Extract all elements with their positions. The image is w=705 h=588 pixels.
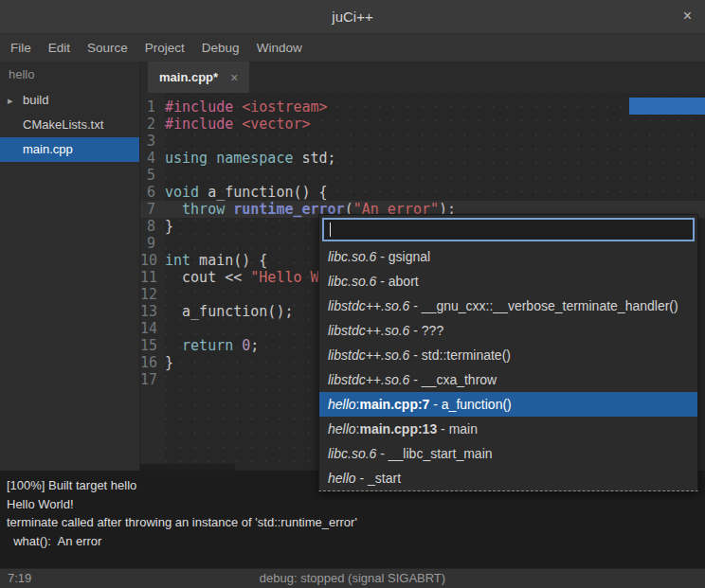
stack-frame-item[interactable]: hello:main.cpp:7 - a_function() [319,392,697,417]
code-text: void a_function() { [165,184,328,201]
stack-frame-item[interactable]: libc.so.6 - gsignal [319,244,697,269]
code-text: using namespace std; [165,150,336,167]
menu-item-debug[interactable]: Debug [193,41,248,55]
line-number: 11 [140,269,160,286]
expand-arrow-icon[interactable]: ▸ [8,88,13,113]
text-caret [330,223,331,237]
file-tree: ▸buildCMakeLists.txtmain.cpp [0,88,139,162]
code-line[interactable]: 3 [140,133,705,150]
code-text: a_function(); [165,303,293,320]
stack-frame-item[interactable]: libstdc++.so.6 - __gnu_cxx::__verbose_te… [319,294,697,318]
sidebar-item-label: build [23,93,48,107]
code-text: } [165,354,173,371]
line-number: 13 [140,303,160,320]
sidebar: hello ▸buildCMakeLists.txtmain.cpp [0,62,140,471]
code-text: #include <iostream> [165,98,328,116]
code-text: int main() { [165,252,267,269]
stack-frame-item[interactable]: libc.so.6 - abort [319,269,697,294]
status-bar: 7:19 debug: stopped (signal SIGABRT) [0,568,705,588]
line-number: 12 [140,286,160,303]
stack-list: libc.so.6 - gsignallibc.so.6 - abortlibs… [319,244,697,490]
popup-search-input[interactable] [322,218,695,241]
horizontal-scrollbar[interactable] [140,464,235,471]
window-title: juCi++ [332,9,372,25]
line-number: 3 [140,133,160,150]
stack-frame-item[interactable]: hello - _start [319,466,697,490]
code-line[interactable]: 1#include <iostream> [140,98,705,116]
sidebar-item-label: CMakeLists.txt [23,117,103,132]
output-line: terminate called after throwing an insta… [7,513,705,532]
menu-item-edit[interactable]: Edit [40,41,79,55]
tab-bar: main.cpp* × [140,62,705,93]
stack-frame-item[interactable]: libstdc++.so.6 - __cxa_throw [319,367,697,392]
tab-label: main.cpp* [159,70,218,84]
output-line: Hello World! [7,495,705,514]
window-close-icon[interactable]: × [683,8,692,25]
line-number: 10 [140,252,160,269]
stack-frame-item[interactable]: libstdc++.so.6 - ??? [319,318,697,343]
line-number: 15 [140,337,160,354]
line-number: 1 [140,98,160,116]
title-bar: juCi++ × [0,0,705,34]
line-number: 2 [140,116,160,133]
code-line[interactable]: 6void a_function() { [140,184,705,201]
menu-bar: FileEditSourceProjectDebugWindow [0,34,705,62]
line-number: 5 [140,167,160,184]
line-number: 14 [140,320,160,337]
line-number: 7 [140,201,160,218]
line-number: 16 [140,354,160,371]
code-line[interactable]: 2#include <vector> [140,116,705,133]
menu-item-file[interactable]: File [2,41,40,55]
debug-status: debug: stopped (signal SIGABRT) [0,571,705,585]
line-number: 17 [140,371,160,388]
sidebar-item-main-cpp[interactable]: main.cpp [0,137,139,162]
line-number: 8 [140,218,160,235]
code-text: #include <vector> [165,116,311,133]
sidebar-item-label: main.cpp [23,142,73,156]
menu-item-source[interactable]: Source [79,41,136,55]
stack-frame-item[interactable]: libc.so.6 - __libc_start_main [319,441,697,466]
tab-close-icon[interactable]: × [230,70,238,85]
stacktrace-popup: libc.so.6 - gsignallibc.so.6 - abortlibs… [318,214,698,491]
code-line[interactable]: 4using namespace std; [140,150,705,167]
code-line[interactable]: 5 [140,167,705,184]
sidebar-item-cmakelists-txt[interactable]: CMakeLists.txt [0,113,139,137]
juci-window: juCi++ × FileEditSourceProjectDebugWindo… [0,0,705,588]
vertical-scrollbar[interactable] [629,98,705,115]
code-text: } [165,218,173,235]
stack-frame-item[interactable]: hello:main.cpp:13 - main [319,417,697,441]
line-number: 4 [140,150,160,167]
menu-item-project[interactable]: Project [136,41,193,55]
line-number: 6 [140,184,160,201]
code-text: return 0; [165,337,259,354]
menu-item-window[interactable]: Window [248,41,311,55]
stack-frame-item[interactable]: libstdc++.so.6 - std::terminate() [319,343,697,367]
code-text: cout << "Hello W [165,269,319,286]
sidebar-item-build[interactable]: ▸build [0,88,139,113]
tab-main-cpp[interactable]: main.cpp* × [148,62,249,93]
line-number: 9 [140,235,160,252]
project-name: hello [0,62,139,88]
output-line: what(): An error [7,532,705,551]
